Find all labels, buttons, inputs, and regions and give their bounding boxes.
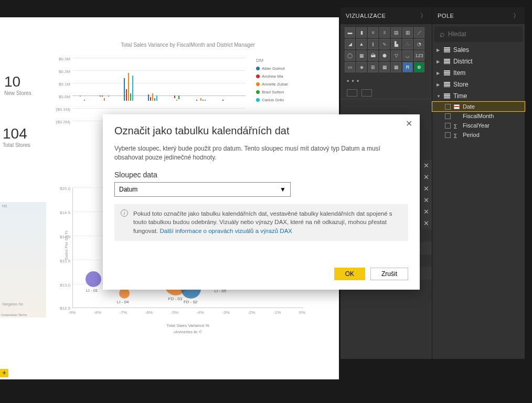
date-column-label: Sloupec data xyxy=(114,171,408,179)
dialog-overlay: ✕ Označit jako tabulku kalendářních dat … xyxy=(0,0,532,403)
chevron-down-icon: ▼ xyxy=(280,186,286,193)
dialog-title: Označit jako tabulku kalendářních dat xyxy=(114,125,408,137)
close-icon[interactable]: ✕ xyxy=(402,118,416,130)
mark-as-date-table-dialog: ✕ Označit jako tabulku kalendářních dat … xyxy=(103,114,420,290)
learn-more-link[interactable]: Další informace o opravách vizuálů a výr… xyxy=(160,228,292,234)
cancel-button[interactable]: Zrušit xyxy=(370,268,408,280)
dialog-info: i Pokud toto označíte jako tabulku kalen… xyxy=(114,204,408,241)
ok-button[interactable]: OK xyxy=(334,268,365,280)
date-column-select[interactable]: Datum ▼ xyxy=(114,182,291,197)
dialog-body: Vyberte sloupec, který bude použit pro d… xyxy=(114,144,408,162)
info-icon: i xyxy=(121,209,128,217)
